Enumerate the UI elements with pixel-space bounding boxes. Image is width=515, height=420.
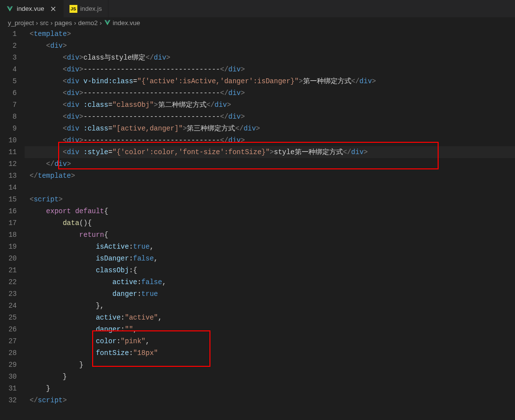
breadcrumb-item[interactable]: y_project bbox=[8, 19, 34, 27]
line-number: 5 bbox=[0, 75, 17, 87]
chevron-right-icon: › bbox=[100, 19, 102, 27]
breadcrumb-item[interactable]: pages bbox=[55, 19, 72, 27]
code-line[interactable]: <div>class与style绑定</div> bbox=[25, 52, 515, 64]
line-number: 9 bbox=[0, 123, 17, 134]
line-number: 25 bbox=[0, 312, 17, 323]
code-line[interactable]: isDanger:false, bbox=[25, 253, 515, 264]
code-line[interactable]: </template> bbox=[25, 170, 515, 182]
line-number: 19 bbox=[0, 241, 17, 253]
code-line[interactable]: <div>---------------------------------</… bbox=[25, 111, 515, 123]
chevron-right-icon: › bbox=[36, 19, 38, 27]
tab-label: index.vue bbox=[17, 5, 44, 12]
gutter: 1234567891011121314151617181920212223242… bbox=[0, 28, 25, 406]
code-line[interactable]: <script> bbox=[25, 194, 515, 205]
code-line[interactable]: } bbox=[25, 371, 515, 383]
code-line[interactable]: danger:true bbox=[25, 288, 515, 300]
code-line[interactable]: danger:"", bbox=[25, 323, 515, 335]
line-number: 4 bbox=[0, 64, 17, 75]
line-number: 31 bbox=[0, 383, 17, 394]
line-number: 20 bbox=[0, 253, 17, 264]
chevron-right-icon: › bbox=[50, 19, 52, 27]
code-line[interactable] bbox=[25, 182, 515, 194]
code-line[interactable]: <div>---------------------------------</… bbox=[25, 87, 515, 99]
breadcrumb: y_project › src › pages › demo2 › index.… bbox=[0, 17, 515, 28]
code-line[interactable]: <div>---------------------------------</… bbox=[25, 134, 515, 146]
line-number: 11 bbox=[0, 146, 17, 158]
line-number: 28 bbox=[0, 347, 17, 359]
line-number: 16 bbox=[0, 205, 17, 217]
code-line[interactable]: active:false, bbox=[25, 276, 515, 288]
breadcrumb-item[interactable]: index.vue bbox=[104, 19, 140, 27]
line-number: 32 bbox=[0, 394, 17, 406]
line-number: 13 bbox=[0, 170, 17, 182]
code-line[interactable]: <div :class="[active,danger]">第三种绑定方式</d… bbox=[25, 123, 515, 134]
code-editor[interactable]: 1234567891011121314151617181920212223242… bbox=[0, 28, 515, 406]
code-line[interactable]: export default{ bbox=[25, 205, 515, 217]
line-number: 10 bbox=[0, 134, 17, 146]
code-line[interactable]: <div :class="classObj">第二种绑定方式</div> bbox=[25, 99, 515, 111]
code-line[interactable]: }, bbox=[25, 300, 515, 312]
line-number: 18 bbox=[0, 229, 17, 241]
code-line[interactable]: </script> bbox=[25, 394, 515, 406]
line-number: 26 bbox=[0, 323, 17, 335]
tab-label: index.js bbox=[80, 5, 102, 12]
code-line[interactable]: } bbox=[25, 383, 515, 394]
line-number: 8 bbox=[0, 111, 17, 123]
code-area[interactable]: <template> <div> <div>class与style绑定</div… bbox=[25, 28, 515, 406]
code-line[interactable]: <div v-bind:class="{'active':isActive,'d… bbox=[25, 75, 515, 87]
line-number: 3 bbox=[0, 52, 17, 64]
line-number: 27 bbox=[0, 335, 17, 347]
breadcrumb-label: index.vue bbox=[113, 19, 140, 27]
line-number: 24 bbox=[0, 300, 17, 312]
code-line[interactable]: active:"active", bbox=[25, 312, 515, 323]
line-number: 14 bbox=[0, 182, 17, 194]
close-icon[interactable] bbox=[49, 5, 57, 13]
tab-bar: index.vue JS index.js bbox=[0, 0, 515, 17]
line-number: 23 bbox=[0, 288, 17, 300]
breadcrumb-item[interactable]: demo2 bbox=[78, 19, 98, 27]
code-line[interactable]: color:"pink", bbox=[25, 335, 515, 347]
code-line[interactable]: </div> bbox=[25, 158, 515, 170]
line-number: 1 bbox=[0, 28, 17, 40]
line-number: 12 bbox=[0, 158, 17, 170]
line-number: 6 bbox=[0, 87, 17, 99]
line-number: 29 bbox=[0, 359, 17, 371]
code-line[interactable]: isActive:true, bbox=[25, 241, 515, 253]
code-line[interactable]: return{ bbox=[25, 229, 515, 241]
code-line[interactable]: <div> bbox=[25, 40, 515, 52]
tab-index-vue[interactable]: index.vue bbox=[0, 0, 64, 17]
line-number: 15 bbox=[0, 194, 17, 205]
code-line[interactable]: classObj:{ bbox=[25, 264, 515, 276]
line-number: 30 bbox=[0, 371, 17, 383]
code-line[interactable]: data(){ bbox=[25, 217, 515, 229]
breadcrumb-item[interactable]: src bbox=[40, 19, 48, 27]
tab-index-js[interactable]: JS index.js bbox=[64, 0, 108, 17]
line-number: 2 bbox=[0, 40, 17, 52]
line-number: 7 bbox=[0, 99, 17, 111]
line-number: 17 bbox=[0, 217, 17, 229]
code-line[interactable]: <div :style="{'color':color,'font-size':… bbox=[25, 146, 515, 158]
code-line[interactable]: <template> bbox=[25, 28, 515, 40]
js-icon: JS bbox=[69, 5, 77, 13]
code-line[interactable]: <div>---------------------------------</… bbox=[25, 64, 515, 75]
vue-icon bbox=[6, 5, 14, 13]
code-line[interactable]: } bbox=[25, 359, 515, 371]
line-number: 22 bbox=[0, 276, 17, 288]
chevron-right-icon: › bbox=[74, 19, 76, 27]
code-line[interactable]: fontSize:"18px" bbox=[25, 347, 515, 359]
line-number: 21 bbox=[0, 264, 17, 276]
